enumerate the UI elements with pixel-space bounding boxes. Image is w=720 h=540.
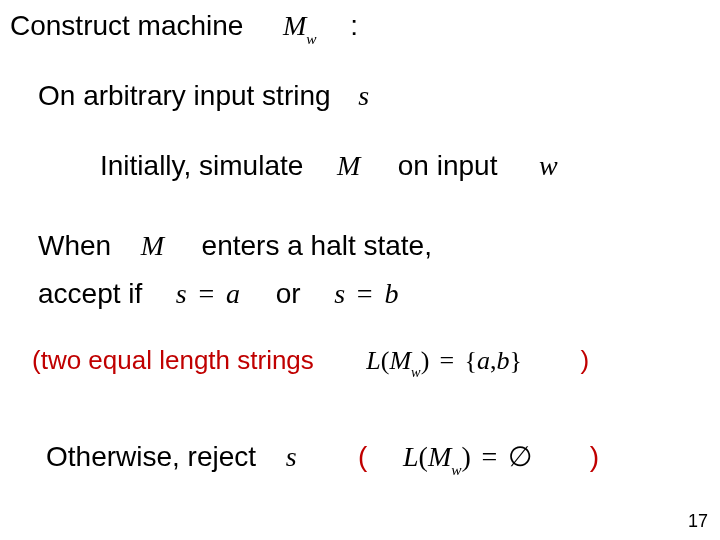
math-M3: M <box>141 230 164 261</box>
math-s3: s <box>286 441 297 472</box>
text-close-paren2: ) <box>590 441 599 472</box>
text-on-arbitrary: On arbitrary input string <box>38 80 331 111</box>
math-M4: M <box>389 346 411 375</box>
text-close-paren: ) <box>580 345 589 375</box>
math-sa-rhs: a <box>226 278 240 309</box>
text-or: or <box>276 278 301 309</box>
math-M2: M <box>337 150 360 181</box>
math-rb: } <box>509 346 521 375</box>
text-when: When <box>38 230 111 261</box>
page-number: 17 <box>688 511 708 532</box>
math-sb-lhs: s <box>334 278 345 309</box>
math-rp2: ) <box>462 441 471 472</box>
math-rp: ) <box>421 346 430 375</box>
math-s: s <box>358 80 369 111</box>
text-construct: Construct machine <box>10 10 243 41</box>
text-two-equal: (two equal length strings <box>32 345 314 375</box>
math-b: b <box>496 346 509 375</box>
math-sb-eq: = <box>353 278 377 309</box>
math-eq2: = <box>437 346 458 375</box>
text-enters: enters a halt state, <box>202 230 432 261</box>
math-M: M <box>283 10 306 41</box>
math-M5-sub: w <box>451 461 461 478</box>
math-L2: L <box>403 441 419 472</box>
text-colon: : <box>350 10 358 41</box>
math-M4-sub: w <box>411 364 421 380</box>
text-otherwise: Otherwise, reject <box>46 441 256 472</box>
text-on-input: on input <box>398 150 498 181</box>
math-M-sub: w <box>306 30 316 47</box>
math-sb-rhs: b <box>384 278 398 309</box>
math-lb: { <box>464 346 476 375</box>
math-a: a <box>477 346 490 375</box>
math-sa-lhs: s <box>176 278 187 309</box>
text-open-paren2: ( <box>358 441 367 472</box>
math-sa-eq: = <box>195 278 219 309</box>
math-eq3: = <box>479 441 501 472</box>
text-accept-if: accept if <box>38 278 142 309</box>
math-M5: M <box>428 441 451 472</box>
math-lp2: ( <box>419 441 428 472</box>
math-emptyset: ∅ <box>508 441 532 472</box>
math-w: w <box>539 150 558 181</box>
text-initially: Initially, simulate <box>100 150 303 181</box>
math-L: L <box>366 346 380 375</box>
